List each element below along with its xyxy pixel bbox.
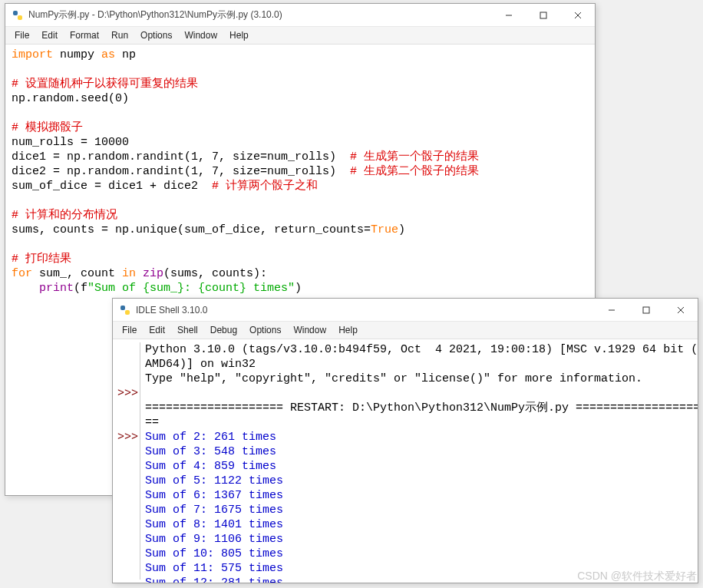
code-line: ) (295, 282, 302, 295)
menu-options[interactable]: Options (136, 28, 177, 42)
shell-window-title: IDLE Shell 3.10.0 (136, 305, 594, 315)
svg-rect-3 (540, 12, 546, 18)
code-comment: # 生成第一个骰子的结果 (350, 150, 479, 164)
editor-titlebar[interactable]: NumPy示例.py - D:\Python\Python312\NumPy示例… (5, 4, 595, 27)
menu-options[interactable]: Options (245, 323, 285, 337)
shell-line: == (145, 416, 159, 429)
output-line: Sum of 9: 1106 times (145, 533, 283, 546)
output-line: Sum of 5: 1122 times (145, 474, 283, 487)
output-line: Sum of 4: 859 times (145, 460, 276, 473)
menu-help[interactable]: Help (225, 28, 253, 42)
editor-window-title: NumPy示例.py - D:\Python\Python312\NumPy示例… (28, 8, 491, 21)
python-icon (12, 9, 24, 21)
shell-text: Python 3.10.0 (tags/v3.10.0:b494f59, Oct… (140, 342, 698, 580)
menu-window[interactable]: Window (180, 28, 222, 42)
code-builtin: print (39, 282, 74, 295)
code-line: sum_, count (32, 267, 122, 280)
code-token: as (101, 48, 115, 61)
code-line: dice2 = np.random.randint(1, 7, size=num… (12, 165, 350, 178)
editor-window-controls (491, 4, 595, 26)
code-line: sums, counts = np.unique(sum_of_dice, re… (12, 223, 371, 236)
code-token: in (122, 267, 136, 280)
code-comment: # 计算两个骰子之和 (212, 180, 318, 193)
menu-file[interactable]: File (117, 323, 141, 337)
output-line: Sum of 6: 1367 times (145, 489, 283, 502)
output-line: Sum of 2: 261 times (145, 431, 276, 444)
code-line: (f (74, 282, 87, 295)
svg-rect-0 (13, 11, 18, 15)
code-string: "Sum of {sum_}: {count} times" (87, 282, 295, 295)
code-token: np (115, 48, 136, 61)
menu-edit[interactable]: Edit (37, 28, 62, 42)
close-button[interactable] (663, 299, 698, 321)
close-button[interactable] (560, 4, 595, 26)
code-builtin: zip (143, 267, 163, 280)
editor-menubar: File Edit Format Run Options Window Help (5, 27, 595, 45)
menu-format[interactable]: Format (65, 28, 104, 42)
minimize-button[interactable] (594, 299, 629, 321)
menu-debug[interactable]: Debug (206, 323, 242, 337)
output-line: Sum of 3: 548 times (145, 445, 276, 458)
code-line: num_rolls = 10000 (12, 136, 129, 149)
code-token: numpy (53, 48, 101, 61)
shell-window-controls (594, 299, 698, 321)
shell-line: AMD64)] on win32 (145, 358, 256, 371)
output-line: Sum of 8: 1401 times (145, 518, 283, 531)
menu-file[interactable]: File (10, 28, 34, 42)
shell-line: Python 3.10.0 (tags/v3.10.0:b494f59, Oct… (145, 343, 698, 356)
minimize-button[interactable] (491, 4, 526, 26)
prompt-column: >>> >>> >>> (116, 342, 140, 580)
code-comment: # 模拟掷骰子 (12, 121, 83, 134)
code-line (12, 282, 39, 295)
svg-rect-7 (125, 310, 130, 315)
code-line: (sums, counts): (163, 267, 267, 280)
maximize-button[interactable] (629, 299, 663, 321)
code-comment: # 计算和的分布情况 (12, 209, 117, 222)
maximize-button[interactable] (526, 4, 560, 26)
shell-line: ==================== RESTART: D:\Python\… (145, 401, 698, 415)
output-line: Sum of 7: 1675 times (145, 504, 283, 517)
svg-rect-9 (643, 307, 649, 313)
menu-help[interactable]: Help (334, 323, 362, 337)
code-line: dice1 = np.random.randint(1, 7, size=num… (12, 150, 350, 164)
code-line: np.random.seed(0) (12, 92, 129, 105)
code-comment: # 设置随机种子以获得可重复的结果 (12, 78, 198, 91)
code-comment: # 打印结果 (12, 253, 71, 266)
output-line: Sum of 10: 805 times (145, 547, 283, 560)
menu-edit[interactable]: Edit (144, 323, 170, 337)
menu-run[interactable]: Run (107, 28, 133, 42)
shell-window: IDLE Shell 3.10.0 File Edit Shell Debug … (112, 298, 698, 583)
code-token: for (12, 267, 32, 280)
code-token: True (371, 223, 398, 236)
python-icon (119, 304, 131, 316)
shell-line: Type "help", "copyright", "credits" or "… (145, 372, 642, 385)
code-comment: # 生成第二个骰子的结果 (350, 165, 479, 178)
svg-rect-1 (18, 15, 22, 20)
output-line: Sum of 12: 281 times (145, 576, 283, 583)
shell-titlebar[interactable]: IDLE Shell 3.10.0 (113, 299, 698, 322)
code-line (136, 267, 143, 280)
shell-menubar: File Edit Shell Debug Options Window Hel… (113, 322, 698, 339)
menu-shell[interactable]: Shell (173, 323, 203, 337)
menu-window[interactable]: Window (289, 323, 331, 337)
code-line: sum_of_dice = dice1 + dice2 (12, 180, 212, 193)
shell-output-area[interactable]: >>> >>> >>> Python 3.10.0 (tags/v3.10.0:… (113, 339, 698, 583)
output-line: Sum of 11: 575 times (145, 562, 283, 575)
code-line: ) (398, 223, 405, 236)
code-token: import (12, 48, 53, 61)
svg-rect-6 (120, 306, 125, 310)
